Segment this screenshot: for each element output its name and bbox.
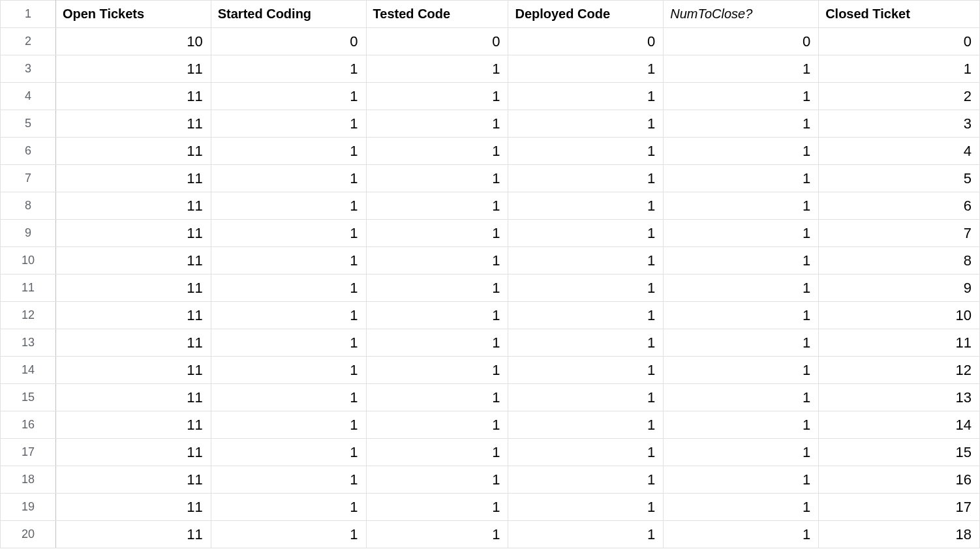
cell[interactable]: 1	[211, 55, 366, 83]
cell[interactable]: 5	[819, 165, 980, 192]
cell[interactable]: 12	[819, 357, 980, 384]
cell[interactable]: 1	[366, 110, 508, 138]
cell[interactable]: 0	[366, 28, 508, 55]
cell[interactable]: 17	[819, 494, 980, 521]
cell[interactable]: 1	[664, 439, 819, 466]
cell[interactable]: 1	[211, 274, 366, 302]
cell[interactable]: 1	[508, 247, 664, 274]
cell[interactable]: 10	[819, 302, 980, 329]
cell[interactable]: 0	[508, 28, 664, 55]
cell[interactable]: 1	[366, 494, 508, 521]
cell[interactable]: 11	[55, 247, 211, 274]
column-header-num-to-close[interactable]: NumToClose?	[664, 1, 819, 28]
cell[interactable]: 1	[664, 357, 819, 384]
cell[interactable]: 1	[211, 83, 366, 110]
cell[interactable]: 1	[211, 138, 366, 165]
cell[interactable]: 1	[211, 357, 366, 384]
row-number[interactable]: 17	[1, 439, 56, 466]
cell[interactable]: 1	[366, 274, 508, 302]
cell[interactable]: 1	[508, 357, 664, 384]
cell[interactable]: 1	[508, 439, 664, 466]
cell[interactable]: 1	[508, 165, 664, 192]
cell[interactable]: 11	[819, 329, 980, 357]
cell[interactable]: 1	[508, 110, 664, 138]
cell[interactable]: 1	[664, 83, 819, 110]
cell[interactable]: 1	[508, 384, 664, 411]
cell[interactable]: 16	[819, 466, 980, 494]
row-number[interactable]: 11	[1, 274, 56, 302]
cell[interactable]: 11	[55, 521, 211, 548]
cell[interactable]: 3	[819, 110, 980, 138]
cell[interactable]: 1	[508, 302, 664, 329]
cell[interactable]: 1	[819, 55, 980, 83]
cell[interactable]: 1	[664, 411, 819, 439]
cell[interactable]: 1	[211, 411, 366, 439]
cell[interactable]: 11	[55, 138, 211, 165]
cell[interactable]: 10	[55, 28, 211, 55]
cell[interactable]: 1	[211, 329, 366, 357]
cell[interactable]: 1	[664, 192, 819, 220]
cell[interactable]: 1	[664, 466, 819, 494]
column-header-started-coding[interactable]: Started Coding	[211, 1, 366, 28]
row-number-header[interactable]: 1	[1, 1, 56, 28]
cell[interactable]: 18	[819, 521, 980, 548]
cell[interactable]: 11	[55, 110, 211, 138]
cell[interactable]: 1	[664, 494, 819, 521]
row-number[interactable]: 6	[1, 138, 56, 165]
cell[interactable]: 1	[366, 357, 508, 384]
cell[interactable]: 11	[55, 384, 211, 411]
cell[interactable]: 1	[664, 247, 819, 274]
cell[interactable]: 1	[211, 466, 366, 494]
cell[interactable]: 1	[664, 384, 819, 411]
cell[interactable]: 1	[508, 466, 664, 494]
cell[interactable]: 11	[55, 439, 211, 466]
cell[interactable]: 1	[664, 521, 819, 548]
cell[interactable]: 1	[211, 220, 366, 247]
cell[interactable]: 1	[664, 138, 819, 165]
cell[interactable]: 1	[366, 411, 508, 439]
cell[interactable]: 1	[366, 384, 508, 411]
cell[interactable]: 1	[508, 192, 664, 220]
row-number[interactable]: 8	[1, 192, 56, 220]
cell[interactable]: 11	[55, 55, 211, 83]
cell[interactable]: 1	[508, 411, 664, 439]
cell[interactable]: 11	[55, 357, 211, 384]
cell[interactable]: 1	[366, 439, 508, 466]
column-header-open-tickets[interactable]: Open Tickets	[55, 1, 211, 28]
row-number[interactable]: 16	[1, 411, 56, 439]
cell[interactable]: 7	[819, 220, 980, 247]
cell[interactable]: 1	[366, 192, 508, 220]
cell[interactable]: 0	[819, 28, 980, 55]
row-number[interactable]: 10	[1, 247, 56, 274]
column-header-tested-code[interactable]: Tested Code	[366, 1, 508, 28]
cell[interactable]: 4	[819, 138, 980, 165]
row-number[interactable]: 5	[1, 110, 56, 138]
cell[interactable]: 1	[366, 521, 508, 548]
cell[interactable]: 1	[366, 466, 508, 494]
column-header-deployed-code[interactable]: Deployed Code	[508, 1, 664, 28]
cell[interactable]: 1	[508, 220, 664, 247]
cell[interactable]: 1	[366, 83, 508, 110]
cell[interactable]: 1	[508, 521, 664, 548]
cell[interactable]: 1	[211, 439, 366, 466]
cell[interactable]: 11	[55, 411, 211, 439]
cell[interactable]: 1	[366, 55, 508, 83]
cell[interactable]: 1	[508, 494, 664, 521]
cell[interactable]: 1	[664, 329, 819, 357]
cell[interactable]: 1	[508, 329, 664, 357]
cell[interactable]: 1	[366, 302, 508, 329]
cell[interactable]: 1	[211, 192, 366, 220]
cell[interactable]: 1	[508, 83, 664, 110]
cell[interactable]: 1	[366, 329, 508, 357]
row-number[interactable]: 3	[1, 55, 56, 83]
cell[interactable]: 13	[819, 384, 980, 411]
cell[interactable]: 1	[664, 274, 819, 302]
cell[interactable]: 9	[819, 274, 980, 302]
cell[interactable]: 1	[664, 110, 819, 138]
cell[interactable]: 1	[211, 494, 366, 521]
row-number[interactable]: 20	[1, 521, 56, 548]
cell[interactable]: 1	[664, 220, 819, 247]
cell[interactable]: 1	[366, 138, 508, 165]
cell[interactable]: 1	[366, 220, 508, 247]
cell[interactable]: 1	[508, 274, 664, 302]
